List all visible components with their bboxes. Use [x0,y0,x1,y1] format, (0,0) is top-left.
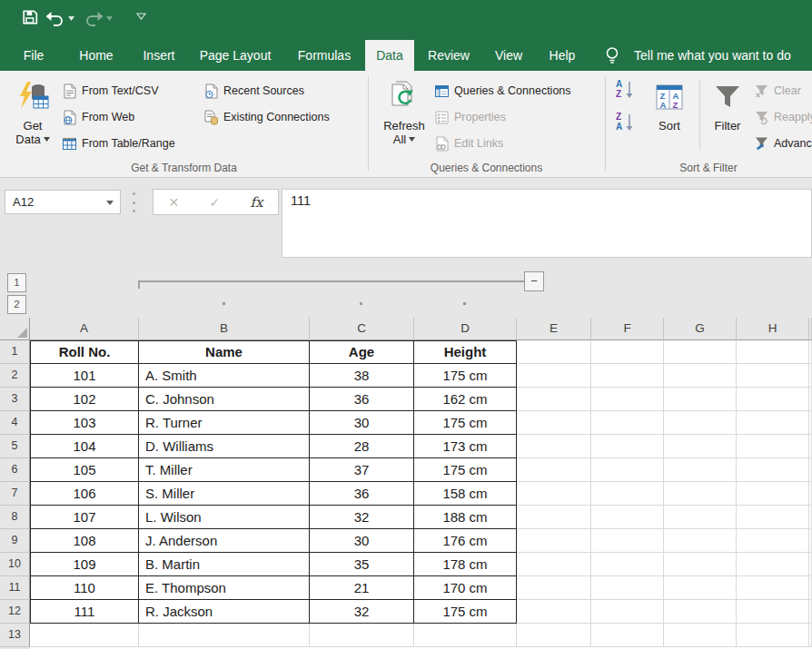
cell-C1[interactable]: Age [310,340,414,364]
cell-C3[interactable]: 36 [310,388,414,411]
tab-home[interactable]: Home [67,40,125,71]
cell-H2[interactable] [737,364,809,388]
cell-G9[interactable] [664,529,737,553]
cell-C9[interactable]: 30 [310,529,414,553]
cell-D10[interactable]: 178 cm [414,553,517,576]
sort-ascending-button[interactable]: A Z [614,78,637,104]
cell-E4[interactable] [517,411,591,435]
cell-A1[interactable]: Roll No. [30,340,139,364]
cell-E9[interactable] [517,529,591,553]
insert-function-icon[interactable]: fx [250,194,262,211]
cell-C4[interactable]: 30 [310,411,414,435]
cell-H12[interactable] [737,600,809,624]
cell-G6[interactable] [664,458,737,482]
cell-F11[interactable] [591,576,664,600]
cell-A5[interactable]: 104 [30,435,139,458]
cell-C10[interactable]: 35 [310,553,414,576]
cell-G2[interactable] [664,364,737,388]
cell-E11[interactable] [517,576,591,600]
tab-view[interactable]: View [485,40,532,71]
from-table-range-button[interactable]: From Table/Range [62,133,175,154]
row-header-12[interactable]: 12 [0,600,30,624]
name-box[interactable]: A12 [5,190,121,214]
cell-B11[interactable]: E. Thompson [139,576,310,600]
column-header-C[interactable]: C [310,318,414,340]
undo-button[interactable] [45,9,74,27]
cell-H10[interactable] [737,553,809,576]
tab-page-layout[interactable]: Page Layout [189,40,282,71]
cell-G1[interactable] [664,340,737,364]
cell-D12[interactable]: 175 cm [414,600,517,624]
cell-C8[interactable]: 32 [310,506,414,529]
cell-F1[interactable] [591,340,664,364]
cell-A4[interactable]: 103 [30,411,139,435]
cell-F8[interactable] [591,506,664,529]
cell-A8[interactable]: 107 [30,506,139,529]
cell-E5[interactable] [517,435,591,458]
cell-H13[interactable] [737,624,809,647]
cell-E10[interactable] [517,553,591,576]
from-web-button[interactable]: From Web [62,106,134,128]
cell-G10[interactable] [664,553,737,576]
cell-E8[interactable] [517,506,591,529]
cell-C13[interactable] [310,624,414,647]
tab-formulas[interactable]: Formulas [289,40,360,71]
cell-H5[interactable] [737,435,809,458]
refresh-all-button[interactable]: Refresh All [376,74,432,172]
cell-C11[interactable]: 21 [310,576,414,600]
cell-H4[interactable] [737,411,809,435]
cell-A11[interactable]: 110 [30,576,139,600]
cell-D7[interactable]: 158 cm [414,482,517,506]
row-header-1[interactable]: 1 [0,340,30,364]
existing-connections-button[interactable]: Existing Connections [203,106,330,128]
cell-G8[interactable] [664,506,737,529]
cell-B3[interactable]: C. Johnson [139,388,310,411]
tab-data[interactable]: Data [365,40,414,71]
cell-B4[interactable]: R. Turner [139,411,310,435]
cell-H11[interactable] [737,576,809,600]
cell-E1[interactable] [517,340,591,364]
cell-B5[interactable]: D. Williams [139,435,310,458]
cell-E2[interactable] [517,364,591,388]
tab-insert[interactable]: Insert [133,40,185,71]
column-header-H[interactable]: H [737,318,809,340]
cell-G12[interactable] [664,600,737,624]
cell-G3[interactable] [664,388,737,411]
cell-F7[interactable] [591,482,664,506]
cell-D5[interactable]: 173 cm [414,435,517,458]
row-header-11[interactable]: 11 [0,576,30,600]
cell-D3[interactable]: 162 cm [414,388,517,411]
cell-E3[interactable] [517,388,591,411]
column-header-E[interactable]: E [517,318,591,340]
row-header-4[interactable]: 4 [0,411,30,435]
cell-F4[interactable] [591,411,664,435]
cell-D8[interactable]: 188 cm [414,506,517,529]
tab-review[interactable]: Review [420,40,478,71]
cell-D4[interactable]: 175 cm [414,411,517,435]
column-header-D[interactable]: D [414,318,517,340]
row-header-3[interactable]: 3 [0,388,30,411]
cell-B2[interactable]: A. Smith [139,364,310,388]
formula-bar-resize-handle[interactable] [133,192,136,212]
cell-D11[interactable]: 170 cm [414,576,517,600]
cell-B13[interactable] [139,624,310,647]
cell-A12[interactable]: 111 [30,600,139,624]
row-header-2[interactable]: 2 [0,364,30,388]
cell-A13[interactable] [30,624,139,647]
cell-B9[interactable]: J. Anderson [139,529,310,553]
filter-button[interactable]: Filter [705,74,750,172]
select-all-corner[interactable] [0,318,30,340]
cell-F9[interactable] [591,529,664,553]
row-header-6[interactable]: 6 [0,458,30,482]
cell-E13[interactable] [517,624,591,647]
row-header-13[interactable]: 13 [0,624,30,647]
cell-G7[interactable] [664,482,737,506]
recent-sources-button[interactable]: Recent Sources [203,80,304,102]
cell-H8[interactable] [737,506,809,529]
cell-F3[interactable] [591,388,664,411]
cell-F12[interactable] [591,600,664,624]
cell-E6[interactable] [517,458,591,482]
sort-descending-button[interactable]: Z A [614,111,637,137]
outline-level-2-button[interactable]: 2 [7,295,26,314]
cell-D2[interactable]: 175 cm [414,364,517,388]
